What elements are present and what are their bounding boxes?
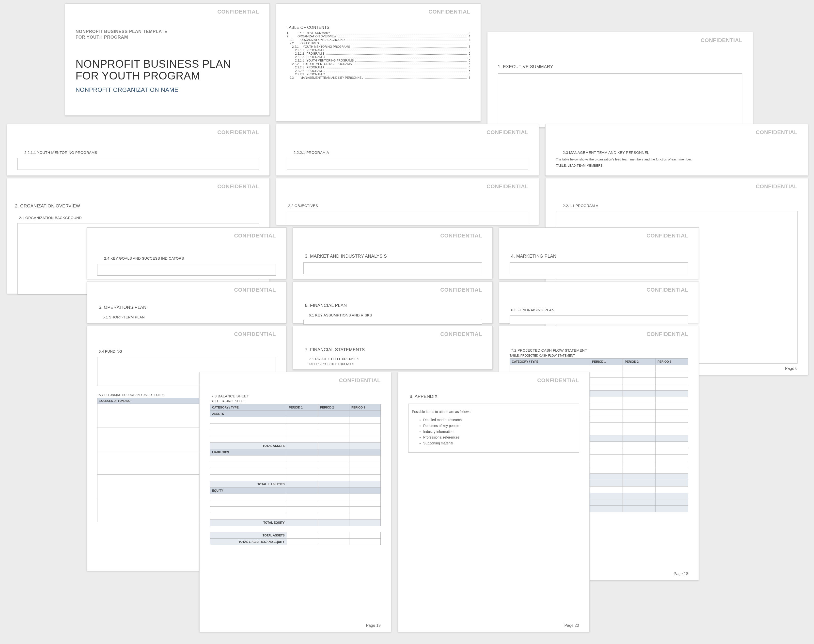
- heading-objectives: 2.2 OBJECTIVES: [288, 204, 528, 208]
- page-program-a-2221: CONFIDENTIAL 2.2.2.1 PROGRAM A: [276, 124, 539, 176]
- appendix-item: Industry information: [423, 429, 575, 435]
- ymp-box: [17, 158, 259, 170]
- heading-program-a-2211: 2.2.1.1 PROGRAM A: [563, 204, 797, 208]
- col-category: CATEGORY / TYPE: [510, 359, 590, 365]
- doc-subtitle: NONPROFIT ORGANIZATION NAME: [75, 86, 259, 93]
- toc-row: 2.2.1.2PROGRAM B6: [287, 52, 470, 55]
- balance-table: CATEGORY / TYPE PERIOD 1 PERIOD 2 PERIOD…: [210, 404, 381, 545]
- heading-marketing: 4. MARKETING PLAN: [511, 254, 688, 259]
- watermark-confidential: CONFIDENTIAL: [756, 129, 797, 136]
- page-toc: CONFIDENTIAL TABLE OF CONTENTS 1.EXECUTI…: [276, 3, 481, 121]
- watermark-confidential: CONFIDENTIAL: [537, 377, 579, 383]
- page-mgmt-team: CONFIDENTIAL 2.3 MANAGEMENT TEAM AND KEY…: [545, 124, 808, 176]
- heading-ymp: 2.2.1.1 YOUTH MENTORING PROGRAMS: [25, 150, 259, 155]
- mgmt-desc: The table below shows the organization's…: [556, 158, 797, 161]
- appendix-list: Detailed market researchResumes of key p…: [412, 417, 575, 446]
- appendix-item: Supporting material: [423, 440, 575, 446]
- page-fundraising: CONFIDENTIAL 6.3 FUNDRAISING PLAN: [499, 282, 699, 324]
- toc-row: 2.2.1YOUTH MENTORING PROGRAMS5: [287, 45, 470, 49]
- page-number-6: Page 6: [785, 366, 797, 371]
- section-exec-summary: 1. EXECUTIVE SUMMARY: [498, 64, 742, 69]
- toc-row: 1.EXECUTIVE SUMMARY3: [287, 31, 470, 35]
- page-operations: CONFIDENTIAL 5. OPERATIONS PLAN 5.1 SHOR…: [87, 282, 287, 324]
- watermark-confidential: CONFIDENTIAL: [647, 287, 688, 293]
- watermark-confidential: CONFIDENTIAL: [756, 183, 797, 190]
- toc-row: 2.2.2.1PROGRAM A6: [287, 66, 470, 69]
- toc-title: TABLE OF CONTENTS: [287, 25, 470, 30]
- watermark-confidential: CONFIDENTIAL: [647, 331, 688, 337]
- heading-ops-short: 5.1 SHORT-TERM PLAN: [103, 315, 276, 319]
- heading-program-a-2221: 2.2.2.1 PROGRAM A: [294, 150, 528, 155]
- col-period2: PERIOD 2: [318, 404, 349, 411]
- col-period3: PERIOD 3: [656, 359, 688, 365]
- watermark-confidential: CONFIDENTIAL: [440, 331, 482, 337]
- heading-key-goals: 2.4 KEY GOALS AND SUCCESS INDICATORS: [104, 256, 276, 261]
- appendix-intro: Possible items to attach are as follows:: [412, 410, 575, 414]
- key-goals-box: [97, 264, 276, 276]
- balance-table-caption: TABLE: BALANCE SHEET: [210, 400, 381, 403]
- col-category: CATEGORY / TYPE: [210, 404, 287, 411]
- heading-ops: 5. OPERATIONS PLAN: [99, 305, 276, 310]
- page-key-goals: CONFIDENTIAL 2.4 KEY GOALS AND SUCCESS I…: [87, 227, 287, 279]
- heading-org-overview: 2. ORGANIZATION OVERVIEW: [15, 204, 259, 209]
- toc-row: 2.2.1.1PROGRAM A6: [287, 49, 470, 52]
- heading-appendix: 8. APPENDIX: [410, 394, 579, 399]
- program-a-2221-box: [287, 158, 528, 170]
- watermark-confidential: CONFIDENTIAL: [486, 129, 528, 136]
- watermark-confidential: CONFIDENTIAL: [217, 129, 259, 136]
- page-financial-plan: CONFIDENTIAL 6. FINANCIAL PLAN 6.1 KEY A…: [293, 282, 493, 324]
- template-label-line1: NONPROFIT BUSINESS PLAN TEMPLATE: [75, 29, 259, 34]
- watermark-confidential: CONFIDENTIAL: [428, 9, 470, 15]
- watermark-confidential: CONFIDENTIAL: [234, 287, 276, 293]
- toc-row: 2.2.1.1YOUTH MENTORING PROGRAMS6: [287, 59, 470, 62]
- objectives-box: [287, 211, 528, 223]
- page-objectives: CONFIDENTIAL 2.2 OBJECTIVES: [276, 178, 539, 225]
- heading-finplan-assump: 6.1 KEY ASSUMPTIONS AND RISKS: [309, 313, 482, 317]
- page-number-19: Page 19: [366, 623, 381, 628]
- toc-body: 1.EXECUTIVE SUMMARY32.ORGANIZATION OVERV…: [287, 31, 470, 80]
- doc-title-line2: FOR YOUTH PROGRAM: [75, 70, 259, 82]
- cashflow-table-caption: TABLE: PROJECTED CASH FLOW STATEMENT: [510, 354, 688, 357]
- fundraising-box: [510, 316, 688, 324]
- template-label-line2: FOR YOUTH PROGRAM: [75, 34, 259, 40]
- appendix-item: Resumes of key people: [423, 423, 575, 429]
- page-appendix: CONFIDENTIAL 8. APPENDIX Possible items …: [398, 372, 590, 632]
- page-cover: CONFIDENTIAL NONPROFIT BUSINESS PLAN TEM…: [65, 3, 270, 116]
- heading-fundraising: 6.3 FUNDRAISING PLAN: [511, 308, 688, 312]
- heading-balance: 7.3 BALANCE SHEET: [212, 394, 381, 398]
- col-period1: PERIOD 1: [590, 359, 623, 365]
- heading-proj-exp: 7.1 PROJECTED EXPENSES: [309, 357, 482, 361]
- watermark-confidential: CONFIDENTIAL: [217, 183, 259, 190]
- mgmt-table-caption: TABLE: LEAD TEAM MEMBERS: [556, 164, 797, 167]
- watermark-confidential: CONFIDENTIAL: [217, 9, 259, 15]
- col-period3: PERIOD 3: [349, 404, 380, 411]
- page-market-analysis: CONFIDENTIAL 3. MARKET AND INDUSTRY ANAL…: [293, 227, 493, 279]
- heading-finstmts: 7. FINANCIAL STATEMENTS: [305, 347, 482, 353]
- appendix-item: Detailed market research: [423, 417, 575, 423]
- heading-mgmt: 2.3 MANAGEMENT TEAM AND KEY PERSONNEL: [563, 150, 797, 155]
- heading-funding: 6.4 FUNDING: [99, 349, 276, 353]
- toc-row: 2.ORGANIZATION OVERVIEW4: [287, 35, 470, 38]
- toc-row: 2.3MANAGEMENT TEAM AND KEY PERSONNEL6: [287, 76, 470, 80]
- watermark-confidential: CONFIDENTIAL: [234, 331, 276, 337]
- heading-finplan: 6. FINANCIAL PLAN: [305, 303, 482, 308]
- col-period2: PERIOD 2: [623, 359, 656, 365]
- heading-market: 3. MARKET AND INDUSTRY ANALYSIS: [305, 254, 482, 259]
- watermark-confidential: CONFIDENTIAL: [339, 377, 381, 383]
- watermark-confidential: CONFIDENTIAL: [647, 233, 688, 239]
- doc-title-line1: NONPROFIT BUSINESS PLAN: [75, 58, 259, 70]
- appendix-box: Possible items to attach are as follows:…: [408, 403, 579, 452]
- page-financial-statements: CONFIDENTIAL 7. FINANCIAL STATEMENTS 7.1…: [293, 326, 493, 370]
- toc-row: 2.2.2.2PROGRAM B6: [287, 69, 470, 73]
- toc-row: 2.2OBJECTIVES5: [287, 41, 470, 45]
- toc-row: 2.1ORGANIZATION BACKGROUND4: [287, 38, 470, 41]
- toc-row: 2.2.2FUTURE MENTORING PROGRAMS6: [287, 62, 470, 66]
- page-balance-sheet: CONFIDENTIAL 7.3 BALANCE SHEET TABLE: BA…: [199, 372, 391, 632]
- finplan-box: [304, 320, 482, 325]
- market-box: [304, 262, 482, 274]
- watermark-confidential: CONFIDENTIAL: [701, 37, 742, 44]
- page-number-18: Page 18: [673, 572, 688, 576]
- exec-summary-box: [498, 73, 742, 125]
- marketing-box: [510, 262, 688, 274]
- heading-org-bg: 2.1 ORGANIZATION BACKGROUND: [19, 216, 259, 220]
